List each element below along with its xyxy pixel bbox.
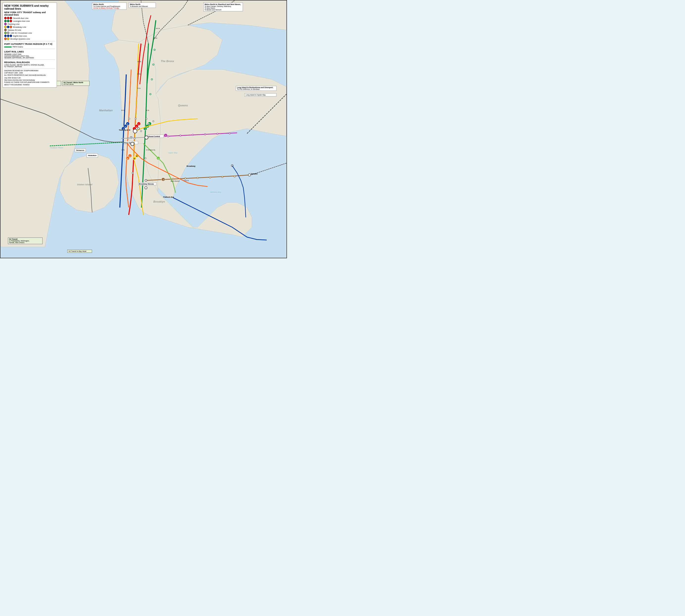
svg-point-6 — [248, 174, 250, 176]
svg-point-8 — [135, 118, 136, 119]
queens-label: Queens — [178, 104, 188, 107]
broadway-queens-label: Broadway — [186, 165, 196, 167]
svg-point-71 — [140, 130, 142, 132]
svg-point-66 — [197, 177, 198, 179]
svg-point-69 — [234, 176, 236, 177]
credit-line1: DIAGRAM DESIGNED BY JOSEPH BRENNAN — [4, 69, 55, 72]
svg-text:2: 2 — [136, 126, 137, 128]
svg-point-73 — [153, 120, 154, 122]
times-sq-label: Times Sq-42 St — [119, 129, 130, 131]
bronx-label: The Bronx — [161, 60, 174, 63]
svg-point-62 — [217, 133, 218, 135]
manhattan-label: Manhattan — [99, 109, 113, 112]
svg-point-14 — [146, 118, 147, 119]
myrtle-wyckoff-label: Myrtle-Wyckoff — [171, 180, 180, 182]
svg-point-72 — [148, 123, 149, 125]
svg-point-4 — [145, 179, 147, 181]
svg-point-12 — [128, 118, 130, 119]
svg-text:6: 6 — [149, 123, 150, 125]
credit-line2: COPYRIGHT 1995 - 2006 — [4, 72, 55, 74]
svg-point-54 — [150, 93, 151, 95]
svg-point-13 — [127, 138, 129, 139]
svg-text:B: B — [127, 158, 128, 160]
svg-point-75 — [131, 142, 134, 146]
svg-point-59 — [180, 135, 181, 136]
241st-label: 241 St — [156, 28, 160, 29]
legend-title: NEW YORK SUBWAYS and nearby railroad lin… — [4, 4, 55, 10]
nyct-label: NEW YORK CITY TRANSIT subway and elevate… — [4, 11, 55, 16]
14th-st-label: 14 St — [121, 149, 125, 151]
credit-line6: http://www.columbia.edu/~brennan/subway — [4, 79, 55, 81]
hudson-river-label: Hudson River — [50, 147, 63, 149]
metro-north-box-2: Metro North To Brewster and Wassaic — [129, 2, 156, 8]
legend-panel: NEW YORK SUBWAYS and nearby railroad lin… — [2, 2, 57, 88]
credit-line5: July 2006 Version 4.28 — [4, 77, 55, 79]
svg-point-68 — [222, 176, 223, 178]
upper-bay-label: Upper Bay — [168, 152, 178, 154]
long-island-box-1: Long Island to Ronkonkoma and Greenport;… — [236, 86, 277, 91]
svg-text:C: C — [125, 126, 126, 128]
nj-transit-bay-head: NJ Transit to Bay Head — [67, 250, 92, 253]
svg-text:D: D — [129, 155, 131, 157]
svg-point-70 — [137, 128, 139, 130]
svg-point-11 — [132, 172, 133, 174]
flatbush-ave-label: Flatbush Ave — [163, 196, 174, 198]
svg-point-56 — [153, 64, 154, 65]
hoboken-box: Hoboken — [87, 153, 98, 158]
96th-label: 96 St — [137, 73, 140, 75]
svg-point-60 — [192, 134, 194, 136]
brooklyn-label: Brooklyn — [153, 200, 165, 203]
svg-point-5 — [145, 186, 147, 189]
svg-text:R: R — [136, 155, 137, 157]
svg-point-58 — [168, 136, 169, 137]
14th-union-label: 14 St-Union Sq — [146, 149, 155, 151]
233rd-label: 233 St — [153, 37, 157, 39]
125th-label: 125 St — [137, 61, 141, 62]
svg-point-61 — [204, 134, 206, 135]
svg-point-63 — [229, 133, 230, 134]
svg-text:3: 3 — [138, 123, 139, 125]
svg-text:L: L — [131, 137, 132, 139]
svg-point-76 — [145, 136, 148, 139]
51st-label: 51 St — [146, 110, 149, 111]
metro-north-box-1: Metro North To Croton-Harmon and Poughke… — [92, 2, 127, 10]
svg-text:4: 4 — [145, 128, 146, 130]
svg-text:7: 7 — [165, 135, 166, 137]
map-container: 1 2 3 4 5 6 7 A C E — [0, 0, 287, 258]
grand-central-label: Grand Central — [149, 136, 160, 137]
svg-point-64 — [172, 178, 174, 180]
svg-point-55 — [151, 79, 153, 80]
svg-point-9 — [134, 138, 135, 139]
jamaica-bay-label: Jamaica Bay — [210, 191, 222, 193]
svg-point-74 — [133, 129, 137, 133]
credit-line7: PLEASE GO THERE FOR EXPLANATIONS AND COM… — [4, 81, 55, 86]
secaucus-box: Secaucus — [75, 149, 86, 152]
nj-transit-box-2: NJ Transit / Metro North to Port Jervis — [62, 81, 90, 86]
jamaica-label: Jamaica — [250, 173, 258, 175]
nj-transit-bottom: NJ Transit to Philadelphia, Washington, … — [8, 238, 43, 244]
svg-point-67 — [209, 177, 211, 178]
72nd-label: 72 St — [137, 88, 140, 89]
svg-text:G: G — [158, 158, 159, 160]
svg-point-57 — [154, 49, 155, 50]
credit-line3: ALL RIGHTS RESERVED E-mail: brennan@colu… — [4, 74, 55, 76]
svg-point-65 — [184, 178, 186, 179]
metro-north-box-3: Metro North to Stamford and New Haven, T… — [203, 2, 243, 12]
svg-text:J: J — [162, 179, 163, 181]
50th-st-label: 50 St — [121, 110, 125, 111]
broadway-nassau-label: Broadway Nassau — [139, 183, 154, 185]
svg-text:E: E — [127, 123, 128, 125]
long-island-box-2: Long Island to Oyster Bay — [244, 93, 277, 96]
svg-text:N: N — [134, 158, 135, 160]
svg-point-16 — [145, 158, 146, 159]
staten-island-label: Staten Island — [77, 183, 92, 186]
